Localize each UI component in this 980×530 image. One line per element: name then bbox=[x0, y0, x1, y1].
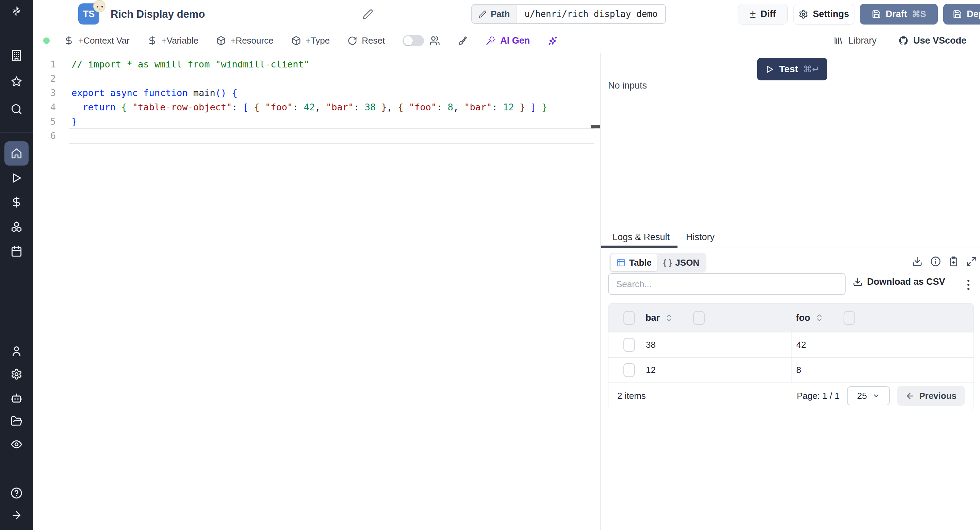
plus-minus-icon: ± bbox=[750, 9, 756, 19]
row-checkbox-cell bbox=[608, 332, 641, 357]
line-number: 2 bbox=[33, 72, 69, 86]
table-row[interactable]: 128 bbox=[608, 357, 974, 383]
line-number: 3 bbox=[33, 86, 69, 100]
page-indicator: Page: 1 / 1 bbox=[797, 391, 840, 401]
home-icon bbox=[11, 147, 22, 160]
github-icon bbox=[898, 35, 908, 46]
table-row[interactable]: 3842 bbox=[608, 332, 974, 357]
top-bar: TS Rich Display demo Path u/henri/rich_d… bbox=[33, 0, 980, 28]
magic-wand-icon bbox=[485, 35, 496, 46]
ai-gen-button[interactable]: AI Gen bbox=[485, 35, 530, 46]
tab-history[interactable]: History bbox=[686, 232, 714, 243]
search-icon[interactable] bbox=[11, 103, 22, 115]
copy-clipboard-icon[interactable] bbox=[948, 256, 959, 267]
code-editor[interactable]: 1// import * as wmill from "windmill-cli… bbox=[33, 53, 600, 530]
path-field[interactable]: Path u/henri/rich_display_demo bbox=[471, 4, 666, 24]
view-json-button[interactable]: { } JSON bbox=[657, 254, 705, 271]
result-panel-border bbox=[601, 228, 980, 228]
tab-logs-result[interactable]: Logs & Result bbox=[612, 232, 670, 243]
draft-button[interactable]: Draft ⌘S bbox=[860, 4, 938, 24]
column-label-foo: foo bbox=[796, 313, 810, 323]
settings-gear-icon[interactable] bbox=[11, 368, 22, 380]
deploy-label: Deploy bbox=[967, 9, 980, 19]
code-text: } bbox=[69, 115, 77, 129]
favorites-star-icon[interactable] bbox=[11, 76, 22, 88]
format-brush-icon[interactable] bbox=[458, 35, 468, 46]
diff-button[interactable]: ± Diff bbox=[738, 4, 788, 24]
variables-dollar-icon[interactable] bbox=[11, 196, 22, 208]
download-result-icon[interactable] bbox=[912, 256, 923, 267]
select-all-checkbox[interactable] bbox=[624, 311, 635, 325]
code-line[interactable]: 6 bbox=[33, 129, 600, 143]
expand-icon[interactable] bbox=[966, 256, 977, 267]
settings-gear-icon bbox=[799, 10, 808, 19]
view-table-label: Table bbox=[629, 257, 652, 268]
sparkles-icon[interactable] bbox=[547, 35, 558, 46]
library-icon bbox=[833, 35, 843, 46]
multiplayer-toggle[interactable] bbox=[402, 35, 424, 46]
download-csv-button[interactable]: Download as CSV bbox=[853, 276, 945, 287]
runs-play-icon[interactable] bbox=[11, 172, 22, 184]
collapse-arrow-icon[interactable] bbox=[11, 509, 22, 521]
script-title: Rich Display demo bbox=[111, 0, 205, 28]
page-size-select[interactable]: 25 bbox=[847, 386, 890, 405]
header-checkbox-cell bbox=[608, 303, 641, 332]
workers-robot-icon[interactable] bbox=[11, 392, 22, 404]
view-table-button[interactable]: Table bbox=[611, 254, 657, 271]
chevron-down-icon bbox=[872, 392, 880, 399]
editor-scrollbar-marker[interactable] bbox=[591, 125, 600, 128]
add-resource-button[interactable]: +Resource bbox=[216, 35, 273, 46]
previous-page-button[interactable]: Previous bbox=[897, 386, 965, 405]
column-header-foo[interactable]: foo bbox=[791, 311, 974, 325]
add-variable-button[interactable]: +Variable bbox=[147, 35, 199, 46]
reset-button[interactable]: Reset bbox=[347, 35, 385, 46]
panel-resize-divider[interactable] bbox=[600, 28, 601, 530]
folders-icon[interactable] bbox=[11, 415, 22, 427]
add-context-var-button[interactable]: +Context Var bbox=[64, 35, 130, 46]
bun-runtime-badge-icon bbox=[93, 0, 105, 12]
previous-label: Previous bbox=[919, 391, 956, 401]
table-body: 3842128 bbox=[608, 332, 974, 383]
settings-button[interactable]: Settings bbox=[793, 4, 854, 24]
code-line[interactable]: 5} bbox=[33, 115, 600, 129]
more-options-icon[interactable] bbox=[962, 277, 975, 292]
workspace-building-icon[interactable] bbox=[11, 49, 22, 61]
code-line[interactable]: 2 bbox=[33, 72, 600, 86]
windmill-logo-icon[interactable] bbox=[11, 5, 22, 18]
sort-icon[interactable] bbox=[665, 313, 673, 322]
schedules-calendar-icon[interactable] bbox=[11, 245, 22, 257]
code-text bbox=[69, 129, 72, 143]
line-number: 1 bbox=[33, 57, 69, 72]
library-button[interactable]: Library bbox=[833, 35, 877, 46]
search-input[interactable] bbox=[608, 273, 846, 295]
user-icon[interactable] bbox=[11, 345, 22, 357]
table-header-row: bar foo bbox=[608, 303, 974, 332]
column-checkbox-foo[interactable] bbox=[843, 311, 855, 325]
add-type-button[interactable]: +Type bbox=[291, 35, 330, 46]
code-line[interactable]: 4 return { "table-row-object": [ { "foo"… bbox=[33, 100, 600, 115]
editor-toolbar: +Context Var +Variable +Resource +Type R… bbox=[33, 28, 980, 53]
use-vscode-label: Use VScode bbox=[913, 35, 966, 46]
column-checkbox-bar[interactable] bbox=[693, 311, 705, 325]
use-vscode-button[interactable]: Use VScode bbox=[898, 35, 966, 46]
resources-boxes-icon[interactable] bbox=[11, 221, 22, 233]
row-checkbox[interactable] bbox=[624, 363, 635, 377]
info-icon[interactable] bbox=[930, 256, 941, 267]
save-icon bbox=[872, 10, 881, 19]
dollar-icon bbox=[147, 36, 157, 46]
code-line[interactable]: 1// import * as wmill from "windmill-cli… bbox=[33, 57, 600, 72]
edit-title-pencil-icon[interactable] bbox=[363, 9, 373, 20]
sidebar-item-home-active[interactable] bbox=[5, 141, 29, 166]
test-button[interactable]: Test ⌘↵ bbox=[757, 58, 827, 80]
help-icon[interactable] bbox=[11, 487, 22, 499]
reset-label: Reset bbox=[362, 35, 385, 46]
draft-label: Draft bbox=[886, 9, 907, 19]
code-line[interactable]: 3export async function main() { bbox=[33, 86, 600, 100]
sort-icon[interactable] bbox=[815, 313, 824, 322]
sidebar-divider bbox=[0, 132, 33, 132]
row-checkbox[interactable] bbox=[624, 338, 635, 352]
path-value[interactable]: u/henri/rich_display_demo bbox=[517, 5, 665, 23]
audit-eye-icon[interactable] bbox=[11, 438, 22, 450]
deploy-button[interactable]: Deploy bbox=[943, 4, 980, 24]
column-header-bar[interactable]: bar bbox=[641, 311, 791, 325]
